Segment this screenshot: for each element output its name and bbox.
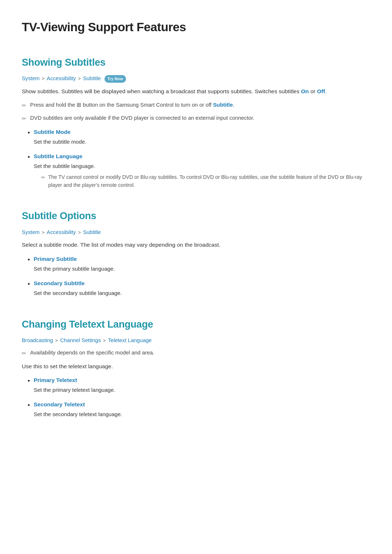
breadcrumb-teletext: Broadcasting > Channel Settings > Telete…	[22, 336, 370, 345]
section-subtitle-options: Subtitle Options System > Accessibility …	[22, 208, 370, 297]
bullet-title-primary-subtitle[interactable]: Primary Subtitle	[34, 255, 115, 264]
bullet-subtitle-language: • Subtitle Language Set the subtitle lan…	[28, 152, 370, 189]
note-smart-control: ✏ Press and hold the ⊞ button on the Sam…	[22, 101, 370, 110]
bullet-desc-subtitle-mode: Set the subtitle mode.	[34, 138, 86, 146]
bullet-subtitle-mode: • Subtitle Mode Set the subtitle mode.	[28, 128, 370, 146]
bullet-title-subtitle-mode[interactable]: Subtitle Mode	[34, 128, 86, 137]
note-bluray: ✏ The TV cannot control or modify DVD or…	[41, 173, 370, 189]
bullet-primary-teletext: • Primary Teletext Set the primary telet…	[28, 376, 370, 394]
bullet-list-subtitle-options: • Primary Subtitle Set the primary subti…	[28, 255, 370, 297]
pencil-icon-4: ✏	[22, 349, 26, 358]
breadcrumb-system[interactable]: System	[22, 74, 40, 83]
breadcrumb-teletext-language[interactable]: Teletext Language	[108, 336, 152, 345]
bullet-title-secondary-teletext[interactable]: Secondary Teletext	[34, 400, 122, 409]
pencil-icon-1: ✏	[22, 102, 26, 110]
section-heading-showing-subtitles: Showing Subtitles	[22, 54, 370, 70]
pencil-icon-2: ✏	[22, 115, 26, 123]
section-heading-subtitle-options: Subtitle Options	[22, 208, 370, 224]
try-now-badge[interactable]: Try Now	[105, 75, 126, 83]
breadcrumb-accessibility[interactable]: Accessibility	[47, 74, 76, 83]
breadcrumb-broadcasting[interactable]: Broadcasting	[22, 336, 53, 345]
breadcrumb-so-system[interactable]: System	[22, 228, 40, 237]
bullet-desc-secondary-teletext: Set the secondary teletext language.	[34, 410, 122, 419]
note-availability: ✏ Availability depends on the specific m…	[22, 349, 370, 358]
bullet-title-secondary-subtitle[interactable]: Secondary Subtitle	[34, 279, 122, 288]
section-desc-teletext: Use this to set the teletext language.	[22, 362, 370, 371]
breadcrumb-subtitle-options: System > Accessibility > Subtitle	[22, 228, 370, 237]
section-heading-teletext: Changing Teletext Language	[22, 316, 370, 332]
breadcrumb-channel-settings[interactable]: Channel Settings	[60, 336, 101, 345]
bullet-desc-subtitle-language: Set the subtitle language.	[34, 162, 370, 171]
note-dvd-external: ✏ DVD subtitles are only available if th…	[22, 114, 370, 123]
bullet-title-subtitle-language[interactable]: Subtitle Language	[34, 152, 370, 161]
pencil-icon-3: ✏	[41, 174, 45, 182]
bullet-title-primary-teletext[interactable]: Primary Teletext	[34, 376, 115, 385]
page-title: TV-Viewing Support Features	[22, 17, 370, 37]
section-teletext-language: Changing Teletext Language Broadcasting …	[22, 316, 370, 419]
section-desc-subtitle-options: Select a subtitle mode. The list of mode…	[22, 240, 370, 250]
breadcrumb-so-accessibility[interactable]: Accessibility	[47, 228, 76, 237]
breadcrumb-so-subtitle[interactable]: Subtitle	[83, 228, 101, 237]
section-showing-subtitles: Showing Subtitles System > Accessibility…	[22, 54, 370, 189]
bullet-desc-primary-subtitle: Set the primary subtitle language.	[34, 264, 115, 273]
bullet-list-teletext: • Primary Teletext Set the primary telet…	[28, 376, 370, 419]
bullet-desc-primary-teletext: Set the primary teletext language.	[34, 386, 115, 394]
on-highlight: On	[301, 88, 309, 94]
breadcrumb-showing-subtitles: System > Accessibility > Subtitle Try No…	[22, 74, 370, 83]
section-desc-showing-subtitles: Show subtitles. Subtitles will be displa…	[22, 87, 370, 96]
breadcrumb-subtitle[interactable]: Subtitle	[83, 74, 101, 83]
subtitle-highlight: Subtitle	[213, 102, 233, 108]
bullet-primary-subtitle: • Primary Subtitle Set the primary subti…	[28, 255, 370, 273]
bullet-secondary-teletext: • Secondary Teletext Set the secondary t…	[28, 400, 370, 419]
bullet-secondary-subtitle: • Secondary Subtitle Set the secondary s…	[28, 279, 370, 297]
bullet-desc-secondary-subtitle: Set the secondary subtitle language.	[34, 289, 122, 297]
off-highlight: Off	[317, 88, 325, 94]
bullet-list-showing-subtitles: • Subtitle Mode Set the subtitle mode. •…	[28, 128, 370, 189]
